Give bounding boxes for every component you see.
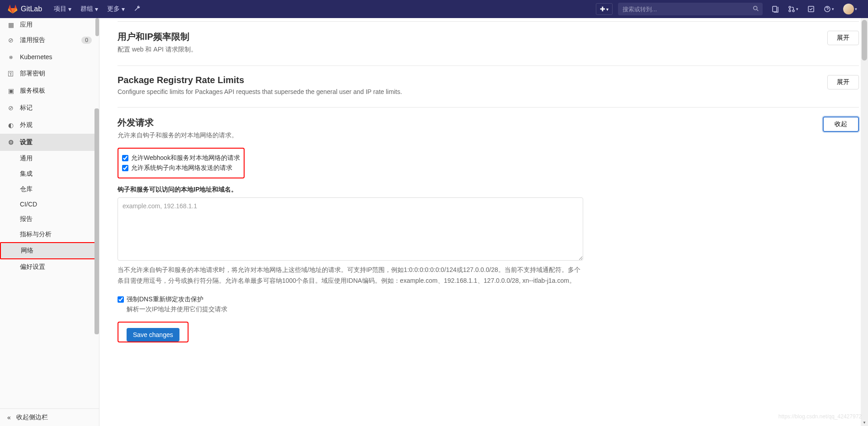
sidebar-item-service-templates[interactable]: ▣ 服务模板: [0, 82, 99, 99]
allowlist-textarea[interactable]: [118, 197, 583, 261]
allowlist-help: 当不允许来自钩子和服务的本地请求时，将允许对本地网络上这些域/地址的请求。可支持…: [118, 265, 583, 286]
checkbox-label: 强制DNS重新绑定攻击保护: [127, 295, 203, 304]
appearance-icon: ◐: [7, 122, 14, 129]
svg-point-0: [754, 6, 757, 10]
plus-icon: ✚: [600, 5, 605, 13]
section-rate-limit: 用户和IP频率限制 配置 web 和 API 请求限制。 展开: [118, 22, 859, 66]
sidebar-label: 部署密钥: [20, 70, 45, 78]
sidebar-scrollbar-outer[interactable]: [94, 108, 99, 334]
sidebar-item-abuse[interactable]: ⊘ 滥用报告 0: [0, 32, 99, 49]
user-menu[interactable]: ▾: [840, 1, 861, 17]
collapse-button[interactable]: 收起: [823, 117, 859, 132]
expand-button[interactable]: 展开: [827, 75, 859, 89]
sidebar-badge: 0: [81, 37, 92, 44]
tag-icon: ⊘: [7, 104, 14, 112]
sidebar-subitem-cicd[interactable]: CI/CD: [0, 197, 99, 211]
avatar: [843, 4, 854, 14]
chevron-down-icon: ▾: [855, 7, 857, 11]
sidebar-label: 标记: [20, 104, 33, 112]
sidebar-subitem-repository[interactable]: 仓库: [0, 182, 99, 197]
checkbox-label: 允许系统钩子向本地网络发送的请求: [131, 164, 232, 172]
sidebar-label: 应用: [20, 21, 33, 29]
sidebar: ▦ 应用 ⊘ 滥用报告 0 ⎈ Kubernetes ⚿ 部署密钥 ▣ 服务模板…: [0, 18, 99, 370]
admin-wrench-icon[interactable]: [129, 2, 146, 16]
chevron-down-icon: ▾: [606, 7, 609, 12]
section-package-registry: Package Registry Rate Limits Configure s…: [118, 66, 859, 108]
checkbox-input[interactable]: [118, 296, 124, 303]
template-icon: ▣: [7, 87, 14, 94]
sidebar-scrollbar-inner[interactable]: [95, 18, 99, 36]
sidebar-subitem-reporting[interactable]: 报告: [0, 211, 99, 227]
sidebar-item-kubernetes[interactable]: ⎈ Kubernetes: [0, 49, 99, 65]
checkbox-allow-webhooks[interactable]: 允许Webhook和服务对本地网络的请求: [122, 153, 240, 163]
nav-projects[interactable]: 项目 ▾: [49, 2, 76, 16]
sidebar-subitem-integrations[interactable]: 集成: [0, 166, 99, 182]
sidebar-label: Kubernetes: [20, 53, 52, 61]
chevron-down-icon: ▾: [68, 5, 71, 13]
checkbox-input[interactable]: [122, 155, 128, 161]
scroll-thumb[interactable]: [862, 20, 867, 61]
todos-icon[interactable]: [804, 3, 818, 15]
sidebar-subitem-network[interactable]: 网络: [0, 242, 99, 259]
section-desc: 允许来自钩子和服务的对本地网络的请求。: [118, 131, 238, 140]
svg-rect-1: [773, 6, 777, 12]
sidebar-item-labels[interactable]: ⊘ 标记: [0, 99, 99, 117]
expand-button[interactable]: 展开: [827, 31, 859, 45]
brand-name: GitLab: [21, 5, 42, 13]
chevron-down-icon: ▾: [796, 7, 798, 11]
checkbox-allow-system-hooks[interactable]: 允许系统钩子向本地网络发送的请求: [122, 163, 240, 173]
sidebar-item-apps[interactable]: ▦ 应用: [0, 18, 99, 32]
sidebar-label: 设置: [20, 138, 33, 146]
gitlab-logo[interactable]: GitLab: [7, 4, 42, 14]
section-desc: Configure specific limits for Packages A…: [118, 88, 402, 95]
outbound-checkbox-group: 允许Webhook和服务对本地网络的请求 允许系统钩子向本地网络发送的请求: [118, 148, 245, 178]
checkbox-label: 允许Webhook和服务对本地网络的请求: [131, 154, 240, 162]
checkbox-dns-rebind[interactable]: 强制DNS重新绑定攻击保护: [118, 295, 859, 304]
gitlab-icon: [7, 4, 18, 14]
svg-point-4: [793, 10, 794, 12]
search-icon: [753, 5, 759, 13]
chevron-down-icon: ▾: [832, 7, 834, 11]
sidebar-label: 外观: [20, 121, 33, 129]
main-content: 用户和IP频率限制 配置 web 和 API 请求限制。 展开 Package …: [99, 18, 868, 370]
issues-icon[interactable]: [768, 3, 783, 15]
sidebar-label: 服务模板: [20, 87, 45, 95]
sidebar-label: 滥用报告: [20, 36, 45, 44]
sidebar-item-appearance[interactable]: ◐ 外观: [0, 117, 99, 134]
kubernetes-icon: ⎈: [7, 53, 14, 61]
nav-more[interactable]: 更多 ▾: [103, 2, 129, 16]
svg-point-2: [789, 6, 791, 8]
section-title: Package Registry Rate Limits: [118, 75, 402, 85]
sidebar-item-deploy-keys[interactable]: ⚿ 部署密钥: [0, 65, 99, 82]
help-icon[interactable]: ▾: [820, 3, 838, 15]
save-button[interactable]: Save changes: [127, 328, 179, 342]
shield-icon: ⊘: [7, 37, 14, 44]
top-navbar: GitLab 项目 ▾ 群组 ▾ 更多 ▾ ✚ ▾ ▾: [0, 0, 868, 18]
section-desc: 配置 web 和 API 请求限制。: [118, 46, 197, 54]
section-title: 用户和IP频率限制: [118, 31, 197, 43]
checkbox-input[interactable]: [122, 165, 128, 171]
key-icon: ⚿: [7, 70, 14, 77]
nav-groups[interactable]: 群组 ▾: [76, 2, 103, 16]
chevron-down-icon: ▾: [95, 5, 98, 13]
allowlist-label: 钩子和服务可以访问的本地IP地址和域名。: [118, 186, 859, 194]
sidebar-subitem-general[interactable]: 通用: [0, 151, 99, 166]
search-input[interactable]: [618, 3, 763, 15]
page-scrollbar[interactable]: ▲ ▼: [861, 18, 868, 370]
svg-point-3: [789, 10, 791, 12]
dns-sub-desc: 解析一次IP地址并使用它们提交请求: [127, 305, 859, 314]
section-title: 外发请求: [118, 117, 238, 129]
grid-icon: ▦: [7, 21, 14, 28]
gear-icon: ⚙: [7, 139, 14, 146]
sidebar-subitem-preferences[interactable]: 偏好设置: [0, 259, 99, 275]
sidebar-item-settings[interactable]: ⚙ 设置: [0, 134, 99, 151]
merge-requests-icon[interactable]: ▾: [784, 3, 802, 15]
chevron-down-icon: ▾: [122, 5, 125, 13]
new-dropdown[interactable]: ✚ ▾: [596, 3, 613, 15]
section-outbound: 外发请求 允许来自钩子和服务的对本地网络的请求。 收起 允许Webhook和服务…: [118, 108, 859, 351]
sidebar-subitem-metrics[interactable]: 指标与分析: [0, 227, 99, 242]
save-highlight: Save changes: [118, 322, 189, 342]
